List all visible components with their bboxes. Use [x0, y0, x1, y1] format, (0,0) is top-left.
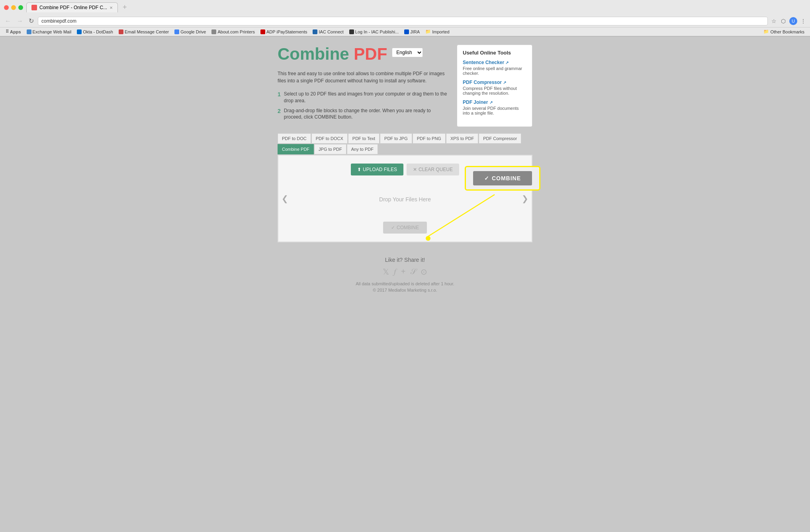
sentence-checker-link[interactable]: Sentence Checker ↗	[463, 60, 509, 65]
top-area: Combine PDF English French German Spanis…	[278, 45, 532, 127]
bookmark-apps[interactable]: ⠿ Apps	[3, 28, 23, 35]
bookmark-loginiac-label: Log In - IAC Publishi...	[355, 29, 399, 34]
browser-tab[interactable]: Combine PDF - Online PDF C... ✕	[26, 2, 118, 12]
bookmark-jira-label: JIRA	[410, 29, 420, 34]
combine-disabled-label: COMBINE	[397, 225, 419, 230]
site-description: This free and easy to use online tool al…	[278, 70, 450, 84]
tab-pdf-compressor[interactable]: PDF Compressor	[479, 133, 521, 144]
forward-button[interactable]: →	[15, 17, 25, 25]
share-title: Like it? Share it!	[284, 257, 526, 263]
tool-pdf-joiner: PDF Joiner ↗ Join several PDF documents …	[463, 99, 526, 115]
annotation-wrapper: ❮ ❯ ⬆ UPLOAD FILES ✕ CLEAR QUEUE Drop Yo…	[278, 155, 532, 242]
tool-tabs: PDF to DOC PDF to DOCX PDF to Text PDF t…	[278, 133, 532, 155]
stumbleupon-icon[interactable]: 𝒮	[410, 267, 416, 277]
star-icon[interactable]: ☆	[770, 18, 777, 25]
drop-text: Drop Your Files Here	[379, 196, 431, 203]
tab-pdf-to-text[interactable]: PDF to Text	[348, 133, 380, 144]
tab-pdf-to-jpg[interactable]: PDF to JPG	[380, 133, 412, 144]
pdf-joiner-link[interactable]: PDF Joiner ↗	[463, 99, 493, 105]
logo-combine: Combine	[278, 45, 354, 63]
bookmark-okta-label: Okta - DotDash	[83, 29, 113, 34]
tab-any-to-pdf[interactable]: Any to PDF	[347, 144, 378, 154]
bookmark-exchange-label: Exchange Web Mail	[33, 29, 72, 34]
tab-close-icon[interactable]: ✕	[110, 6, 113, 10]
tab-jpg-to-pdf[interactable]: JPG to PDF	[314, 144, 346, 154]
folder-icon: 📁	[425, 29, 431, 34]
bookmarks-bar: ⠿ Apps Exchange Web Mail Okta - DotDash …	[0, 27, 810, 36]
bookmark-other[interactable]: 📁 Other Bookmarks	[761, 28, 807, 35]
maximize-button[interactable]	[18, 5, 23, 10]
top-left: Combine PDF English French German Spanis…	[278, 45, 450, 127]
refresh-button[interactable]: ↻	[27, 16, 35, 25]
language-select[interactable]: English French German Spanish	[392, 48, 423, 57]
minimize-button[interactable]	[11, 5, 16, 10]
sentence-checker-desc: Free online spell and grammar checker.	[463, 66, 526, 76]
new-tab-button[interactable]: +	[123, 3, 127, 12]
reddit-icon[interactable]: ⊙	[421, 267, 427, 277]
adp-icon	[260, 29, 265, 34]
facebook-icon[interactable]: 𝑓	[394, 267, 396, 277]
external-link-icon-2: ↗	[503, 80, 506, 85]
tab-xps-to-pdf[interactable]: XPS to PDF	[446, 133, 478, 144]
main-container: Combine PDF English French German Spanis…	[278, 45, 532, 299]
tab-combine-pdf[interactable]: Combine PDF	[278, 144, 314, 154]
bookmark-adp[interactable]: ADP iPayStatements	[258, 29, 310, 35]
tools-box: Useful Online Tools Sentence Checker ↗ F…	[457, 45, 532, 127]
bookmark-apps-label: Apps	[10, 29, 21, 34]
external-link-icon-3: ↗	[489, 100, 493, 105]
bookmark-about[interactable]: About.com Printers	[209, 29, 257, 35]
bookmark-imported[interactable]: 📁 Imported	[423, 28, 452, 35]
back-button[interactable]: ←	[3, 17, 13, 25]
tab-favicon	[31, 5, 37, 10]
nav-icons: ☆ ⬡ U ⋮	[770, 17, 807, 25]
tab-title: Combine PDF - Online PDF C...	[39, 5, 107, 10]
bookmark-about-label: About.com Printers	[217, 29, 255, 34]
footer-copyright: © 2017 Mediafox Marketing s.r.o.	[284, 288, 526, 292]
bookmark-email[interactable]: Email Message Center	[116, 29, 171, 35]
pdf-joiner-label: PDF Joiner	[463, 99, 488, 105]
address-bar[interactable]: combinepdf.com	[38, 17, 768, 25]
clear-queue-label: CLEAR QUEUE	[419, 167, 453, 172]
pdf-compressor-label: PDF Compressor	[463, 80, 502, 85]
google-icon	[174, 29, 179, 34]
tab-pdf-to-doc[interactable]: PDF to DOC	[278, 133, 311, 144]
clear-queue-button[interactable]: ✕ CLEAR QUEUE	[407, 164, 459, 175]
okta-icon	[77, 29, 82, 34]
tab-pdf-to-png[interactable]: PDF to PNG	[413, 133, 446, 144]
x-clear-icon: ✕	[413, 167, 417, 172]
bookmark-iac[interactable]: IAC Connect	[310, 29, 346, 35]
title-bar: Combine PDF - Online PDF C... ✕ +	[0, 0, 810, 15]
menu-icon[interactable]: ⋮	[800, 18, 807, 25]
page-content: Combine PDF English French German Spanis…	[0, 37, 810, 315]
bookmark-exchange[interactable]: Exchange Web Mail	[24, 29, 74, 35]
upload-files-label: UPLOAD FILES	[363, 167, 397, 172]
site-header: Combine PDF English French German Spanis…	[278, 45, 450, 64]
carousel-left-arrow[interactable]: ❮	[282, 194, 288, 203]
upload-files-button[interactable]: ⬆ UPLOAD FILES	[351, 164, 403, 175]
folder-other-icon: 📁	[763, 29, 769, 34]
bookmark-okta[interactable]: Okta - DotDash	[74, 29, 115, 35]
jira-icon	[404, 29, 409, 34]
bookmark-jira[interactable]: JIRA	[402, 29, 422, 35]
combine-button-active[interactable]: ✓ COMBINE	[473, 171, 532, 185]
pdf-compressor-link[interactable]: PDF Compressor ↗	[463, 80, 506, 85]
close-button[interactable]	[4, 5, 9, 10]
profile-icon[interactable]: U	[789, 17, 797, 25]
bookmark-loginiac[interactable]: Log In - IAC Publishi...	[347, 29, 401, 35]
combine-bottom-area: ✓ COMBINE	[286, 222, 524, 234]
tool-sentence-checker: Sentence Checker ↗ Free online spell and…	[463, 60, 526, 76]
bookmark-adp-label: ADP iPayStatements	[266, 29, 307, 34]
sentence-checker-label: Sentence Checker	[463, 60, 504, 65]
tools-box-title: Useful Online Tools	[463, 50, 526, 56]
tool-pdf-compressor: PDF Compressor ↗ Compress PDF files with…	[463, 80, 526, 95]
extensions-icon[interactable]: ⬡	[780, 18, 787, 25]
instruction-num-1: 1	[278, 91, 281, 104]
carousel-right-arrow[interactable]: ❯	[522, 194, 528, 203]
bookmark-google[interactable]: Google Drive	[172, 29, 208, 35]
twitter-icon[interactable]: 𝕏	[383, 267, 389, 277]
x-icon	[349, 29, 354, 34]
share-icons: 𝕏 𝑓 + 𝒮 ⊙	[284, 267, 526, 277]
tab-pdf-to-docx[interactable]: PDF to DOCX	[311, 133, 348, 144]
googleplus-icon[interactable]: +	[401, 267, 406, 277]
combine-button-disabled[interactable]: ✓ COMBINE	[383, 222, 427, 234]
